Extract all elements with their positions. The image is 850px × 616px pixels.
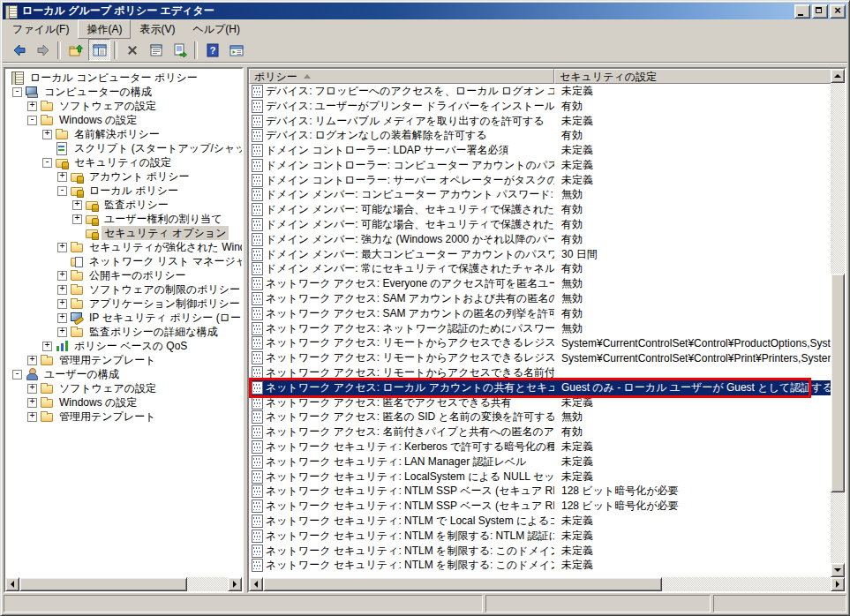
tree-item[interactable]: ポリシー ベースの QoS: [5, 339, 242, 353]
console-tree: ローカル コンピューター ポリシー コンピューターの構成 ソフトウェアの設定 W…: [5, 69, 242, 577]
minimize-button[interactable]: [794, 4, 810, 19]
list-horizontal-scrollbar[interactable]: [249, 577, 845, 591]
policy-row[interactable]: ネットワーク セキュリティ: NTLM SSP ベース (セキュア RPC を含…: [249, 499, 831, 514]
scroll-right-button[interactable]: [831, 577, 845, 591]
column-header-security-setting[interactable]: セキュリティの設定: [554, 69, 845, 84]
tree-item[interactable]: Windows の設定: [5, 395, 242, 409]
delete-button[interactable]: [121, 39, 143, 61]
tree-item[interactable]: ソフトウェアの設定: [5, 381, 242, 395]
policy-row[interactable]: ネットワーク セキュリティ: Kerberos で許可する暗号化の種類を構成..…: [249, 439, 831, 454]
policy-document-icon: [252, 100, 263, 113]
policy-row[interactable]: ネットワーク アクセス: 名前付きパイプと共有への匿名のアクセスを制... 有効: [249, 424, 831, 439]
tree-item[interactable]: セキュリティの設定: [5, 155, 242, 169]
policy-row[interactable]: ドメイン コントローラー: LDAP サーバー署名必須 未定義: [249, 143, 831, 158]
close-button[interactable]: [830, 4, 846, 19]
title-bar[interactable]: ローカル グループ ポリシー エディター: [3, 3, 847, 19]
scrollbar-thumb[interactable]: [831, 274, 845, 492]
tree-item[interactable]: Windows の設定: [5, 113, 242, 127]
tree-item[interactable]: セキュリティが強化された Windows ファイアウォール: [5, 240, 242, 254]
properties-button[interactable]: [145, 39, 167, 61]
policy-row[interactable]: ドメイン コントローラー: コンピューター アカウントのパスワードの変更を...…: [249, 158, 831, 173]
tree-item[interactable]: ユーザーの構成: [5, 367, 242, 381]
policy-row[interactable]: ネットワーク セキュリティ: NTLM を制限する: このドメインにサーバーの.…: [249, 544, 831, 559]
scrollbar-thumb[interactable]: [19, 577, 187, 591]
tree-item[interactable]: 監査ポリシーの詳細な構成: [5, 325, 242, 339]
tree-item[interactable]: アカウント ポリシー: [5, 169, 242, 184]
tree-horizontal-scrollbar[interactable]: [5, 577, 242, 591]
tree-item[interactable]: 管理用テンプレート: [5, 353, 242, 367]
back-button[interactable]: [8, 39, 30, 61]
tree-item[interactable]: 公開キーのポリシー: [5, 268, 242, 282]
scroll-up-button[interactable]: [831, 69, 845, 83]
policy-row[interactable]: ドメイン メンバー: 常にセキュリティで保護されたチャネルのデータをデジ... …: [249, 262, 831, 277]
tree-item[interactable]: 監査ポリシー: [5, 198, 242, 212]
tree-item[interactable]: 名前解決ポリシー: [5, 127, 242, 141]
column-header-policy[interactable]: ポリシー: [249, 69, 554, 84]
policy-row[interactable]: ネットワーク セキュリティ: LocalSystem による NULL セッショ…: [249, 470, 831, 485]
policy-row[interactable]: ネットワーク アクセス: Everyone のアクセス許可を匿名ユーザーに適..…: [249, 276, 831, 291]
policy-document-icon: [252, 159, 263, 172]
policy-row[interactable]: ネットワーク アクセス: 匿名の SID と名前の変換を許可する 無効: [249, 410, 831, 425]
tree-item[interactable]: ユーザー権利の割り当て: [5, 212, 242, 226]
policy-row[interactable]: ネットワーク アクセス: ローカル アカウントの共有とセキュリティ モデル Gu…: [249, 380, 831, 395]
tree-item-label: アプリケーション制御ポリシー: [87, 297, 242, 311]
tree-item[interactable]: 管理用テンプレート: [5, 409, 242, 424]
show-console-tree-button[interactable]: [88, 39, 110, 61]
tree-item-label: スクリプト (スタートアップ/シャットダウン): [71, 141, 242, 155]
menu-item[interactable]: 表示(V): [131, 19, 184, 39]
policy-row[interactable]: ネットワーク セキュリティ: NTLM SSP ベース (セキュア RPC を含…: [249, 485, 831, 500]
tree-item[interactable]: ローカル ポリシー: [5, 184, 242, 198]
tree-item[interactable]: スクリプト (スタートアップ/シャットダウン): [5, 141, 242, 155]
tree-item[interactable]: セキュリティ オプション: [5, 226, 242, 240]
policy-setting: 未定義: [554, 143, 831, 158]
policy-row[interactable]: デバイス: ログオンなしの装着解除を許可する 有効: [249, 128, 831, 143]
policy-row[interactable]: ネットワーク アクセス: SAM アカウントの匿名の列挙を許可しない 有効: [249, 306, 831, 321]
scroll-down-button[interactable]: [831, 563, 845, 577]
menu-item[interactable]: ファイル(F): [4, 19, 78, 39]
menu-item[interactable]: ヘルプ(H): [184, 19, 249, 39]
maximize-button[interactable]: [812, 4, 828, 19]
scroll-left-button[interactable]: [249, 577, 263, 591]
policy-row[interactable]: ネットワーク アクセス: リモートからアクセスできる名前付きパイプ: [249, 365, 831, 380]
policy-row[interactable]: ネットワーク セキュリティ: NTLM を制限する: NTLM 認証に対するリモ…: [249, 529, 831, 544]
scroll-right-button[interactable]: [228, 577, 242, 591]
policy-row[interactable]: ネットワーク セキュリティ: NTLM を制限する: このドメイン内の NTLM…: [249, 559, 831, 574]
tree-item[interactable]: ソフトウェアの制限のポリシー: [5, 282, 242, 297]
policy-row[interactable]: ドメイン メンバー: 可能な場合、セキュリティで保護されたチャネルのデ... 有…: [249, 217, 831, 232]
policy-row[interactable]: ネットワーク アクセス: リモートからアクセスできるレジストリのパスおよび...…: [249, 350, 831, 365]
policy-row[interactable]: ネットワーク セキュリティ: LAN Manager 認証レベル 未定義: [249, 454, 831, 470]
export-list-button[interactable]: [169, 39, 191, 61]
tree-item[interactable]: ローカル コンピューター ポリシー: [5, 71, 242, 85]
policy-row[interactable]: ネットワーク アクセス: SAM アカウントおよび共有の匿名の列挙を許... 無…: [249, 291, 831, 306]
policy-row[interactable]: ドメイン メンバー: 可能な場合、セキュリティで保護されたチャネルのデ... 有…: [249, 202, 831, 217]
tree-item[interactable]: アプリケーション制御ポリシー: [5, 297, 242, 311]
list-vertical-scrollbar[interactable]: [831, 69, 845, 577]
policy-name: ネットワーク アクセス: 匿名でアクセスできる共有: [263, 395, 512, 410]
tree-item[interactable]: IP セキュリティ ポリシー (ローカル コンピューター): [5, 311, 242, 325]
policy-row[interactable]: デバイス: リムーバブル メディアを取り出すのを許可する 未定義: [249, 114, 831, 129]
policy-row[interactable]: デバイス: フロッピーへのアクセスを、ローカル ログオン ユーザーだけに... …: [249, 84, 831, 99]
scroll-left-button[interactable]: [5, 577, 19, 591]
policy-row[interactable]: ネットワーク アクセス: リモートからアクセスできるレジストリのパス Syste…: [249, 336, 831, 351]
menu-item[interactable]: 操作(A): [78, 19, 131, 39]
up-one-level-button[interactable]: [64, 39, 87, 61]
tree-item-label: コンピューターの構成: [41, 85, 154, 99]
policy-document-icon: [252, 277, 263, 290]
policy-row[interactable]: ネットワーク アクセス: 匿名でアクセスできる共有 未定義: [249, 395, 831, 410]
tree-item[interactable]: ネットワーク リスト マネージャー ポリシー: [5, 254, 242, 268]
tree-item[interactable]: コンピューターの構成: [5, 85, 242, 99]
forward-button[interactable]: [32, 39, 54, 61]
tree-item-icon: [70, 268, 84, 282]
policy-row[interactable]: ドメイン メンバー: 強力な (Windows 2000 かそれ以降のバージョン…: [249, 232, 831, 247]
new-window-button[interactable]: [225, 39, 247, 61]
policy-row[interactable]: ネットワーク アクセス: ネットワーク認証のためにパスワードおよび資格... 無…: [249, 321, 831, 336]
policy-row[interactable]: ドメイン メンバー: 最大コンピューター アカウントのパスワードの有効期... …: [249, 247, 831, 262]
tree-item[interactable]: ソフトウェアの設定: [5, 99, 242, 113]
policy-row[interactable]: ドメイン メンバー: コンピューター アカウント パスワード: 定期的な変更..…: [249, 188, 831, 203]
policy-name: デバイス: フロッピーへのアクセスを、ローカル ログオン ユーザーだけに...: [263, 84, 554, 99]
policy-row[interactable]: ドメイン コントローラー: サーバー オペレーターがタスクのスケジュールを...…: [249, 173, 831, 188]
policy-row[interactable]: デバイス: ユーザーがプリンター ドライバーをインストールできないように... …: [249, 99, 831, 114]
scrollbar-thumb[interactable]: [263, 577, 662, 591]
help-button[interactable]: ?: [201, 39, 223, 61]
policy-row[interactable]: ネットワーク セキュリティ: NTLM で Local System によるコン…: [249, 514, 831, 529]
